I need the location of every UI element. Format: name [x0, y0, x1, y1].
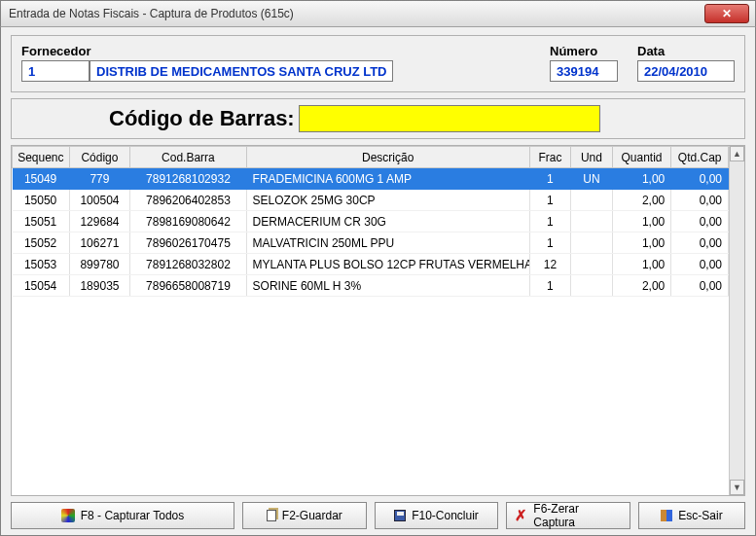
table-row[interactable]: 150511296847898169080642DERMACERIUM CR 3… — [13, 211, 729, 232]
table-row[interactable]: 150538997807891268032802MYLANTA PLUS BOL… — [13, 254, 729, 275]
close-icon: ✕ — [722, 7, 732, 20]
cell-cod: 129684 — [69, 211, 130, 232]
close-button[interactable]: ✕ — [704, 4, 749, 23]
header-row: Fornecedor Número Data — [21, 44, 735, 82]
cell-cap: 0,00 — [671, 211, 729, 232]
fornecedor-code-input[interactable] — [21, 60, 90, 82]
numero-label: Número — [550, 44, 618, 58]
col-und[interactable]: Und — [571, 147, 612, 168]
cell-seq: 15049 — [13, 168, 70, 190]
col-desc[interactable]: Descrição — [246, 147, 529, 168]
cell-cod: 100504 — [69, 190, 130, 211]
cell-frac: 1 — [529, 190, 570, 211]
cell-frac: 12 — [529, 254, 570, 275]
x-icon: ✗ — [515, 510, 527, 521]
clear-button[interactable]: ✗ F6-Zerar Captura — [506, 502, 630, 529]
cell-quant: 2,00 — [612, 190, 671, 211]
cell-desc: MALVATRICIN 250ML PPU — [246, 232, 529, 254]
cell-quant: 1,00 — [612, 211, 671, 232]
table-header-row: Sequenc Código Cod.Barra Descrição Frac … — [13, 147, 729, 168]
save-button[interactable]: F2-Guardar — [242, 502, 367, 529]
exit-label: Esc-Sair — [678, 509, 722, 522]
cell-quant: 1,00 — [612, 168, 671, 190]
cell-und: UN — [571, 168, 612, 190]
cell-frac: 1 — [529, 211, 570, 232]
cell-quant: 1,00 — [612, 232, 671, 254]
cell-desc: SORINE 60ML H 3% — [246, 275, 529, 297]
data-input[interactable] — [637, 60, 735, 82]
cell-barra: 7896206402853 — [130, 190, 246, 211]
cell-barra: 7891268032802 — [130, 254, 246, 275]
cell-seq: 15050 — [13, 190, 70, 211]
cell-und — [571, 254, 612, 275]
exit-icon — [661, 510, 672, 521]
table-row[interactable]: 150521062717896026170475MALVATRICIN 250M… — [13, 232, 729, 254]
cell-und — [571, 232, 612, 254]
cell-barra: 7896026170475 — [130, 232, 246, 254]
cell-cod: 899780 — [69, 254, 130, 275]
cell-cap: 0,00 — [671, 254, 729, 275]
cell-desc: MYLANTA PLUS BOLSO 12CP FRUTAS VERMELHA — [246, 254, 529, 275]
products-table-wrap: Sequenc Código Cod.Barra Descrição Frac … — [11, 145, 745, 496]
cell-cap: 0,00 — [671, 168, 729, 190]
col-seq[interactable]: Sequenc — [13, 147, 70, 168]
cell-barra: 7896658008719 — [130, 275, 246, 297]
clear-label: F6-Zerar Captura — [533, 502, 622, 529]
col-cap[interactable]: Qtd.Cap — [671, 147, 729, 168]
products-table: Sequenc Código Cod.Barra Descrição Frac … — [12, 146, 729, 297]
numero-field: Número — [550, 44, 618, 82]
col-quant[interactable]: Quantid — [612, 147, 671, 168]
capture-all-label: F8 - Capturar Todos — [81, 509, 185, 522]
fornecedor-name-input[interactable] — [90, 60, 393, 82]
scroll-up-icon[interactable]: ▲ — [730, 146, 744, 161]
data-field: Data — [637, 44, 735, 82]
barcode-input[interactable] — [299, 105, 600, 132]
table-row[interactable]: 150541890357896658008719SORINE 60ML H 3%… — [13, 275, 729, 297]
client-area: Fornecedor Número Data Código de Barras: — [0, 27, 756, 536]
button-bar: F8 - Capturar Todos F2-Guardar F10-Concl… — [11, 502, 745, 529]
table-row[interactable]: 150501005047896206402853SELOZOK 25MG 30C… — [13, 190, 729, 211]
cell-seq: 15052 — [13, 232, 70, 254]
cell-quant: 2,00 — [612, 275, 671, 297]
cell-und — [571, 211, 612, 232]
numero-input[interactable] — [550, 60, 618, 82]
cell-barra: 7891268102932 — [130, 168, 246, 190]
vertical-scrollbar[interactable]: ▲ ▼ — [729, 146, 744, 495]
disk-icon — [394, 510, 406, 521]
cell-desc: FRADEMICINA 600MG 1 AMP — [246, 168, 529, 190]
cell-seq: 15053 — [13, 254, 70, 275]
save-label: F2-Guardar — [282, 509, 342, 522]
col-frac[interactable]: Frac — [529, 147, 570, 168]
cell-cap: 0,00 — [671, 232, 729, 254]
exit-button[interactable]: Esc-Sair — [638, 502, 745, 529]
cell-seq: 15051 — [13, 211, 70, 232]
barcode-label: Código de Barras: — [109, 106, 295, 131]
cell-und — [571, 275, 612, 297]
header-groupbox: Fornecedor Número Data — [11, 35, 745, 92]
cell-frac: 1 — [529, 275, 570, 297]
title-bar: Entrada de Notas Fiscais - Captura de Pr… — [0, 0, 756, 27]
cell-cod: 779 — [69, 168, 130, 190]
fornecedor-label: Fornecedor — [21, 44, 393, 58]
scroll-down-icon[interactable]: ▼ — [730, 480, 744, 495]
table-row[interactable]: 150497797891268102932FRADEMICINA 600MG 1… — [13, 168, 729, 190]
window-title: Entrada de Notas Fiscais - Captura de Pr… — [9, 7, 294, 20]
capture-all-button[interactable]: F8 - Capturar Todos — [11, 502, 234, 529]
col-barra[interactable]: Cod.Barra — [130, 147, 246, 168]
cell-seq: 15054 — [13, 275, 70, 297]
col-cod[interactable]: Código — [69, 147, 130, 168]
cell-desc: SELOZOK 25MG 30CP — [246, 190, 529, 211]
cell-cap: 0,00 — [671, 275, 729, 297]
cell-cap: 0,00 — [671, 190, 729, 211]
cell-quant: 1,00 — [612, 254, 671, 275]
cell-frac: 1 — [529, 168, 570, 190]
finish-button[interactable]: F10-Concluir — [375, 502, 499, 529]
fornecedor-field: Fornecedor — [21, 44, 393, 82]
data-label: Data — [637, 44, 735, 58]
finish-label: F10-Concluir — [412, 509, 479, 522]
cell-desc: DERMACERIUM CR 30G — [246, 211, 529, 232]
cell-barra: 7898169080642 — [130, 211, 246, 232]
cell-und — [571, 190, 612, 211]
save-icon — [267, 510, 276, 521]
barcode-groupbox: Código de Barras: — [11, 98, 745, 139]
